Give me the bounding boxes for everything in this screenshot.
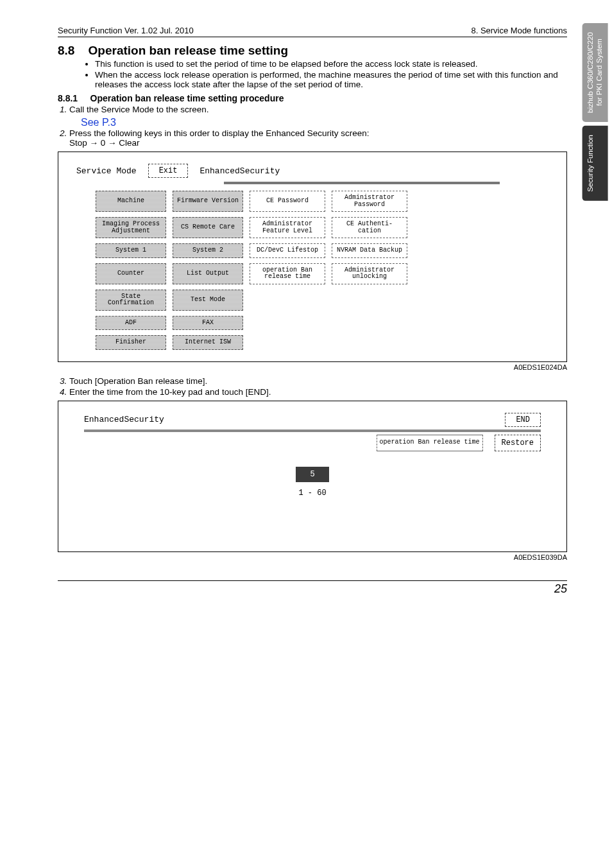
sm-button[interactable]: Administrator Feature Level <box>250 217 325 238</box>
sm-button[interactable]: List Output <box>173 263 243 284</box>
bullet-1: This function is used to set the period … <box>95 59 567 69</box>
sm-button[interactable]: Administrator Password <box>332 191 407 212</box>
see-link[interactable]: See P.3 <box>81 117 567 128</box>
figure-2-code: A0EDS1E039DA <box>58 553 567 561</box>
step-4: Enter the time from the 10-key pad and t… <box>69 387 567 397</box>
separator-bar-2 <box>84 430 541 432</box>
section-title-text: Operation ban release time setting <box>89 44 288 57</box>
subsection-title: Operation ban release time setting proce… <box>90 93 284 103</box>
time-value-display: 5 <box>296 467 328 482</box>
step-2-keys: Stop → 0 → Clear <box>69 138 140 148</box>
sm-button[interactable]: CE Authenti- cation <box>332 217 407 238</box>
sm-button[interactable]: Internet ISW <box>173 335 243 350</box>
restore-button[interactable]: Restore <box>495 435 541 451</box>
figure-1-code: A0EDS1E024DA <box>58 363 567 371</box>
sm-button[interactable]: CS Remote Care <box>173 217 243 238</box>
sm-button[interactable]: Imaging Process Adjustment <box>96 217 166 238</box>
sm-button[interactable]: Counter <box>96 263 166 284</box>
time-range-label: 1 - 60 <box>298 489 326 498</box>
sm-button[interactable]: System 2 <box>173 243 243 258</box>
sm-button[interactable]: NVRAM Data Backup <box>332 243 407 258</box>
header-right: 8. Service Mode functions <box>471 26 567 35</box>
bullet-2: When the access lock release operation i… <box>95 70 567 89</box>
section-heading: 8.8 Operation ban release time setting <box>58 44 567 58</box>
sm-button[interactable]: DC/DevC Lifestop <box>250 243 325 258</box>
subsection-heading: 8.8.1 Operation ban release time setting… <box>58 93 567 103</box>
enhanced-security-title: EnhancedSecurity <box>200 166 280 176</box>
subsection-number: 8.8.1 <box>58 93 78 103</box>
tab-model: bizhub C360/C280/C220for PKI Card System <box>582 23 608 122</box>
step-3: Touch [Operation Ban release time]. <box>69 376 567 386</box>
section-number: 8.8 <box>58 44 74 57</box>
service-mode-grid: MachineFirmware VersionCE PasswordAdmini… <box>96 191 548 350</box>
tab-security-function: Security Function <box>582 126 608 201</box>
sm-button[interactable]: Administrator unlocking <box>332 263 407 284</box>
page-number: 25 <box>58 580 567 596</box>
sm-button[interactable]: ADF <box>96 316 166 331</box>
step-1: Call the Service Mode to the screen. <box>69 105 567 114</box>
sm-button[interactable]: Finisher <box>96 335 166 350</box>
service-mode-title: Service Mode <box>76 166 137 176</box>
sm-button[interactable]: Test Mode <box>173 290 243 311</box>
exit-button[interactable]: Exit <box>148 164 189 178</box>
sm-button[interactable]: State Confirmation <box>96 290 166 311</box>
operation-ban-label: operation Ban release time <box>377 435 483 451</box>
sm-button[interactable]: FAX <box>173 316 243 331</box>
enhanced-security-title-2: EnhancedSecurity <box>84 415 164 424</box>
step-2: Press the following keys in this order t… <box>69 128 567 148</box>
end-button[interactable]: END <box>505 413 541 427</box>
sm-button[interactable]: operation Ban release time <box>250 263 325 284</box>
sm-button[interactable]: Machine <box>96 191 166 212</box>
figure-1-frame: Service Mode Exit EnhancedSecurity Machi… <box>58 152 567 362</box>
side-tabs: bizhub C360/C280/C220for PKI Card System… <box>582 23 608 201</box>
separator-bar <box>224 182 500 184</box>
header-left: Security Function Ver. 1.02 Jul. 2010 <box>58 26 194 35</box>
sm-button[interactable]: CE Password <box>250 191 325 212</box>
sm-button[interactable]: System 1 <box>96 243 166 258</box>
figure-2-frame: EnhancedSecurity END operation Ban relea… <box>58 401 567 552</box>
sm-button[interactable]: Firmware Version <box>173 191 243 212</box>
